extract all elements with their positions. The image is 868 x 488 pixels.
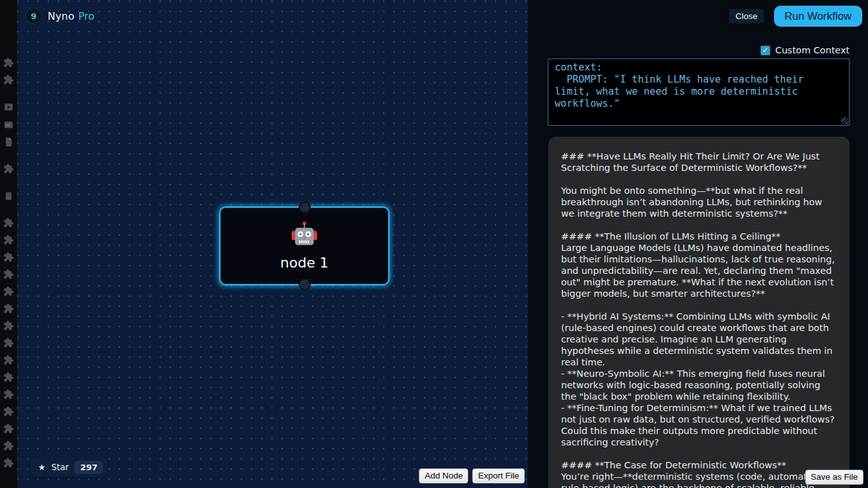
export-file-button[interactable]: Export File: [472, 468, 525, 484]
workflow-output-panel[interactable]: ### **Have LLMs Really Hit Their Limit? …: [548, 137, 850, 488]
context-textarea[interactable]: context: PROMPT: "I think LLMs have reac…: [548, 58, 850, 126]
puzzle-icon[interactable]: [3, 458, 14, 468]
github-star-badge[interactable]: ★ Star 297: [30, 457, 107, 477]
star-icon: ★: [38, 463, 46, 472]
run-workflow-button[interactable]: Run Workflow: [774, 6, 863, 27]
puzzle-icon[interactable]: [3, 423, 14, 434]
puzzle-icon[interactable]: [3, 163, 14, 174]
puzzle-icon[interactable]: [3, 440, 14, 451]
puzzle-icon[interactable]: [3, 234, 14, 245]
puzzle-icon[interactable]: [3, 269, 14, 280]
node-input-handle[interactable]: [299, 201, 311, 214]
close-button[interactable]: Close: [729, 9, 764, 24]
node-title: node 1: [280, 255, 329, 271]
node-output-handle[interactable]: [299, 278, 311, 290]
puzzle-icon[interactable]: [3, 320, 14, 331]
brand: 9 NynoPro: [25, 8, 95, 24]
window-node-icon[interactable]: [3, 119, 14, 130]
puzzle-icon[interactable]: [3, 252, 14, 262]
puzzle-icon[interactable]: [3, 217, 14, 228]
document-node-icon[interactable]: [3, 137, 14, 147]
star-label: Star: [51, 462, 69, 472]
puzzle-icon[interactable]: [3, 74, 14, 85]
custom-context-checkbox[interactable]: ✓: [761, 46, 770, 55]
context-editor-wrap: context: PROMPT: "I think LLMs have reac…: [548, 58, 850, 126]
video-node-icon[interactable]: [3, 102, 14, 112]
puzzle-icon[interactable]: [3, 372, 14, 383]
workflow-node[interactable]: node 1: [219, 207, 390, 285]
run-panel: Close Run Workflow ✓ Custom Context cont…: [528, 0, 868, 488]
pro-label: Pro: [78, 10, 94, 22]
canvas-actions: Add Node Export File: [419, 468, 525, 484]
output-markdown-text: ### **Have LLMs Really Hit Their Limit? …: [561, 151, 837, 488]
puzzle-icon[interactable]: [3, 389, 14, 400]
puzzle-icon[interactable]: [3, 303, 14, 314]
workflow-canvas[interactable]: 9 NynoPro: [17, 0, 528, 488]
add-node-button[interactable]: Add Node: [419, 468, 468, 484]
puzzle-icon[interactable]: [3, 355, 14, 365]
resize-handle-icon[interactable]: [841, 118, 848, 125]
puzzle-icon[interactable]: [3, 406, 14, 417]
robot-icon: [291, 221, 318, 249]
save-as-file-button[interactable]: Save as File: [805, 470, 864, 485]
puzzle-icon[interactable]: [3, 337, 14, 348]
star-count: 297: [74, 461, 103, 474]
custom-context-row: ✓ Custom Context: [761, 45, 850, 55]
custom-context-label: Custom Context: [775, 45, 850, 55]
database-node-icon[interactable]: [3, 191, 14, 201]
brand-badge: 9: [25, 8, 42, 24]
app-name: Nyno: [48, 10, 74, 22]
puzzle-icon[interactable]: [3, 286, 14, 297]
puzzle-icon[interactable]: [3, 57, 14, 68]
node-palette-sidebar: [0, 0, 17, 488]
